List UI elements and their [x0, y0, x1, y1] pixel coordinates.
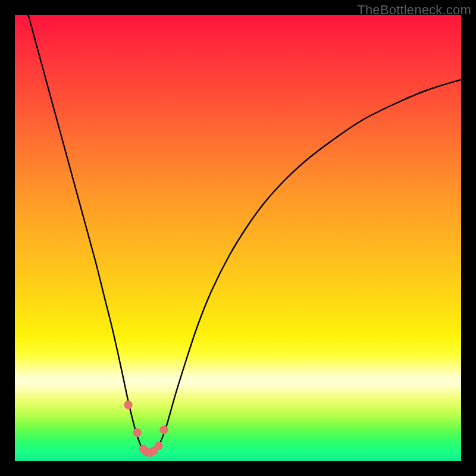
chart-plot-area — [15, 15, 461, 461]
curve-line — [29, 15, 462, 453]
curve-marker — [154, 441, 162, 450]
curve-marker — [133, 428, 141, 437]
watermark-text: TheBottleneck.com — [357, 2, 471, 18]
bottleneck-curve — [15, 15, 461, 461]
curve-marker — [159, 425, 168, 434]
curve-marker — [124, 400, 132, 409]
